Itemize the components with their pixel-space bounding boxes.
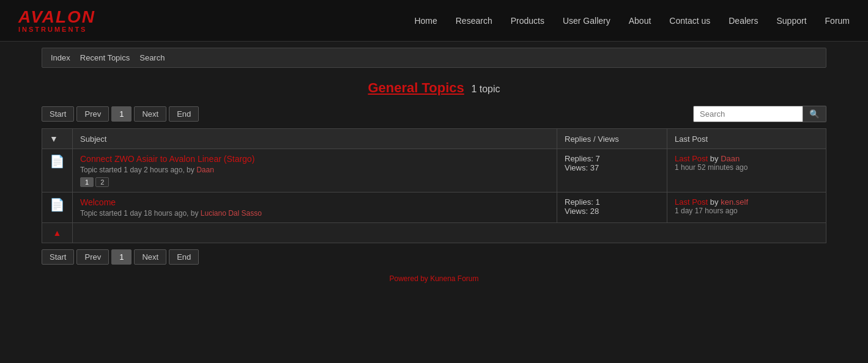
row1-lastpost-by: by — [710, 154, 719, 163]
row1-topic-link[interactable]: Connect ZWO Asiair to Avalon Linear (Sta… — [80, 154, 254, 164]
logo-sub: INSTRUMENTS — [18, 26, 95, 33]
footer-empty-cell — [73, 223, 826, 243]
breadcrumb: Index Recent Topics Search — [42, 48, 826, 68]
row2-lastpost-time: 1 day 17 hours ago — [675, 207, 818, 215]
row1-lastpost-cell: Last Post by Daan 1 hour 52 minutes ago — [667, 149, 826, 193]
nav-forum[interactable]: Forum — [825, 16, 850, 26]
nav-products[interactable]: Products — [511, 16, 544, 26]
top-next-button[interactable]: Next — [134, 106, 166, 122]
top-page-1-button[interactable]: 1 — [111, 106, 132, 122]
breadcrumb-search[interactable]: Search — [139, 53, 165, 62]
replies-header: Replies / Views — [557, 129, 667, 149]
row2-lastpost-link[interactable]: Last Post — [675, 197, 708, 207]
table-footer-row: ▲ — [42, 223, 826, 243]
row1-lastpost-link[interactable]: Last Post — [675, 154, 708, 163]
row1-lastpost-line1: Last Post by Daan — [675, 154, 818, 163]
breadcrumb-index[interactable]: Index — [51, 53, 70, 62]
top-start-button[interactable]: Start — [42, 106, 74, 122]
nav-home[interactable]: Home — [414, 16, 437, 26]
table-row: 📄 Connect ZWO Asiair to Avalon Linear (S… — [42, 149, 826, 193]
row1-author-link[interactable]: Daan — [196, 166, 214, 174]
row2-subject-cell: Welcome Topic started 1 day 18 hours ago… — [73, 193, 557, 223]
row2-lastpost-cell: Last Post by ken.self 1 day 17 hours ago — [667, 193, 826, 223]
page-title-count: 1 topic — [471, 84, 500, 94]
lastpost-header: Last Post — [667, 129, 826, 149]
bottom-prev-button[interactable]: Prev — [76, 249, 109, 265]
top-end-button[interactable]: End — [169, 106, 199, 122]
table-row: 📄 Welcome Topic started 1 day 18 hours a… — [42, 193, 826, 223]
breadcrumb-recent-topics[interactable]: Recent Topics — [80, 53, 130, 62]
nav-about[interactable]: About — [629, 16, 651, 26]
footer-up-icon-cell[interactable]: ▲ — [42, 223, 73, 243]
row2-icon-cell: 📄 — [42, 193, 73, 223]
nav-links: Home Research Products User Gallery Abou… — [414, 16, 850, 26]
footer-powered-by: Powered by Kunena Forum — [0, 274, 868, 283]
page-title: General Topics — [368, 80, 464, 95]
nav-user-gallery[interactable]: User Gallery — [563, 16, 610, 26]
row2-replies: Replies: 1 — [565, 197, 659, 207]
row2-meta-prefix: Topic started 1 day 18 hours ago, by — [80, 209, 198, 218]
bottom-end-button[interactable]: End — [169, 249, 199, 265]
bottom-start-button[interactable]: Start — [42, 249, 74, 265]
top-pagination-left: Start Prev 1 Next End — [42, 106, 199, 122]
top-prev-button[interactable]: Prev — [76, 106, 109, 122]
row2-lastpost-line1: Last Post by ken.self — [675, 197, 818, 207]
row2-author-link[interactable]: Luciano Dal Sasso — [201, 209, 262, 218]
row2-replies-cell: Replies: 1 Views: 28 — [557, 193, 667, 223]
row2-lastpost-by: by — [710, 197, 719, 207]
logo-main: AVALON — [18, 9, 95, 26]
search-button[interactable]: 🔍 — [803, 106, 826, 122]
page-title-wrap: General Topics 1 topic — [0, 80, 868, 96]
row1-page1-btn[interactable]: 1 — [80, 177, 94, 187]
forum-table: ▼ Subject Replies / Views Last Post 📄 Co… — [42, 128, 826, 243]
top-pagination-bar: Start Prev 1 Next End 🔍 — [42, 106, 826, 122]
search-wrap: 🔍 — [693, 106, 826, 122]
row1-page-nums: 1 2 — [80, 177, 109, 187]
nav-support[interactable]: Support — [777, 16, 807, 26]
row1-replies: Replies: 7 — [565, 154, 659, 163]
row1-icon-cell: 📄 — [42, 149, 73, 193]
row1-replies-cell: Replies: 7 Views: 37 — [557, 149, 667, 193]
document-icon: 📄 — [50, 155, 65, 168]
sort-icon-header[interactable]: ▼ — [42, 129, 73, 149]
row2-meta: Topic started 1 day 18 hours ago, by Luc… — [80, 209, 549, 218]
main-nav: AVALON INSTRUMENTS Home Research Product… — [0, 0, 868, 42]
nav-dealers[interactable]: Dealers — [729, 16, 758, 26]
logo[interactable]: AVALON INSTRUMENTS — [18, 9, 95, 33]
bottom-pagination-bar: Start Prev 1 Next End — [42, 249, 826, 265]
search-input[interactable] — [693, 106, 803, 122]
row1-meta-prefix: Topic started 1 day 2 hours ago, by — [80, 166, 195, 174]
bottom-next-button[interactable]: Next — [134, 249, 166, 265]
nav-contact[interactable]: Contact us — [669, 16, 710, 26]
document-icon: 📄 — [50, 198, 65, 211]
row2-topic-link[interactable]: Welcome — [80, 197, 116, 207]
bottom-page-1-button[interactable]: 1 — [111, 249, 132, 265]
nav-research[interactable]: Research — [456, 16, 492, 26]
row2-lastpost-author[interactable]: ken.self — [721, 197, 748, 207]
bottom-pagination-left: Start Prev 1 Next End — [42, 249, 199, 265]
row1-meta: Topic started 1 day 2 hours ago, by Daan — [80, 166, 549, 174]
row1-lastpost-author[interactable]: Daan — [721, 154, 740, 163]
row1-views: Views: 37 — [565, 163, 659, 172]
row2-views: Views: 28 — [565, 207, 659, 216]
row1-lastpost-time: 1 hour 52 minutes ago — [675, 163, 818, 172]
subject-header: Subject — [73, 129, 557, 149]
row1-subject-cell: Connect ZWO Asiair to Avalon Linear (Sta… — [73, 149, 557, 193]
row1-page2-btn[interactable]: 2 — [95, 177, 109, 187]
